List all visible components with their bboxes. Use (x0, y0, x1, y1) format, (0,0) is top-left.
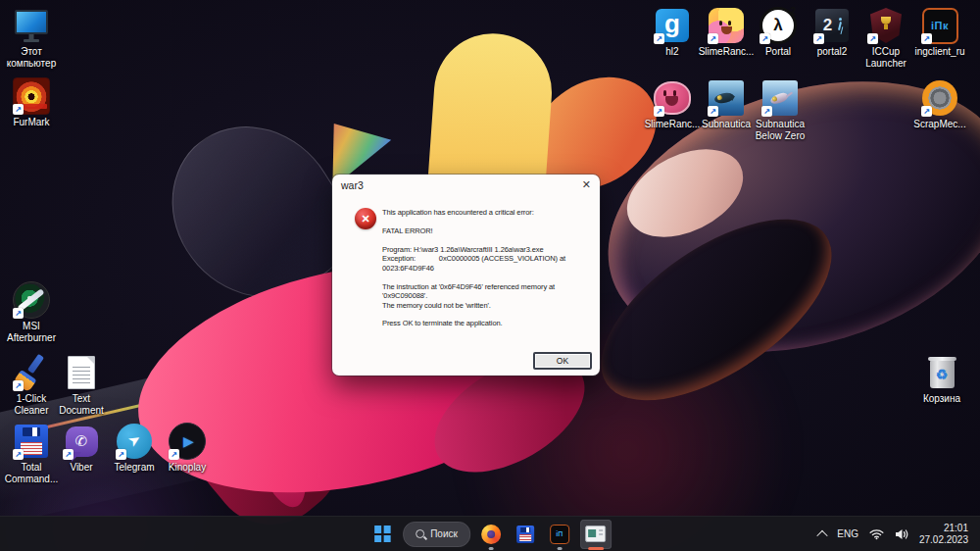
active-indicator (588, 547, 604, 550)
icon-part: іП (556, 530, 563, 537)
desktop-icon-kinoplay[interactable]: ▶↗ Kinoplay (156, 422, 219, 474)
dialog-title: war3 (332, 179, 364, 191)
subnautica-squid-icon: ↗ (760, 78, 800, 118)
icon-part (839, 18, 842, 21)
cleaner-brush-icon: ↗ (12, 353, 51, 392)
volume-icon[interactable] (895, 528, 908, 540)
icon-part (881, 17, 891, 25)
this-pc-icon (12, 6, 51, 45)
desktop-icon-furmark[interactable]: ↗ FurMark (0, 76, 63, 128)
close-icon[interactable]: ✕ (582, 178, 591, 191)
viber-icon: ✆↗ (62, 422, 101, 461)
taskbar-app-war3-active[interactable] (580, 520, 612, 549)
taskbar-app-iccup-ng-client[interactable]: іП (546, 520, 573, 549)
desktop-icon-label: FurMark (13, 117, 49, 128)
dialog-titlebar[interactable]: war3 ✕ (332, 175, 600, 196)
subnautica-fish-icon: ↗ (707, 78, 746, 118)
shortcut-arrow-icon: ↗ (169, 449, 179, 460)
icon-part: 2 (790, 6, 796, 17)
shortcut-arrow-icon: ↗ (921, 106, 932, 117)
start-button[interactable] (368, 520, 396, 549)
shortcut-arrow-icon: ↗ (708, 106, 718, 117)
desktop-icon-this-pc[interactable]: Этот компьютер (0, 6, 63, 70)
wifi-icon[interactable] (869, 528, 884, 540)
desktop-icon-label: SlimeRanc... (699, 46, 755, 58)
system-tray: ENG 21:01 27.02.2023 (818, 517, 980, 551)
icon-part (27, 354, 44, 374)
search-input[interactable]: Поиск (403, 522, 470, 547)
gear-icon: ↗ (920, 78, 959, 118)
language-indicator[interactable]: ENG (837, 528, 858, 539)
desktop-icon-label: ScrapMec... (913, 119, 965, 130)
desktop-icon-label: Kinoplay (169, 462, 206, 474)
icon-part: g (664, 11, 680, 36)
taskbar-app-firefox[interactable] (477, 520, 505, 549)
desktop-icon-label: ICCup Launcher (865, 46, 906, 70)
desktop-icon-label: Viber (70, 462, 92, 474)
paper-plane-icon: ➤ (124, 429, 144, 451)
ink-client-icon: іП (550, 525, 569, 544)
desktop-icon-text-document[interactable]: Text Document (50, 353, 113, 417)
search-placeholder: Поиск (430, 528, 458, 539)
lambda-logo-icon: λ2↗ (759, 6, 798, 45)
desktop-icon-label: ingclient_ru (914, 46, 964, 58)
desktop-icon-label: Subnautica (702, 119, 751, 130)
desktop-icon-subnautica-below-zero[interactable]: ↗ Subnautica Below Zero (749, 78, 811, 142)
portal2-icon: 2↗ (812, 6, 852, 45)
shortcut-arrow-icon: ↗ (13, 104, 24, 115)
furmark-icon: ↗ (12, 76, 51, 116)
chevron-up-icon[interactable] (817, 529, 828, 540)
shortcut-arrow-icon: ↗ (654, 33, 664, 44)
icon-part (68, 356, 95, 389)
text-document-icon (62, 353, 101, 392)
app-window-icon (585, 526, 606, 542)
desktop-icon-label: MSI Afterburner (7, 321, 56, 344)
desktop-screen: Этот компьютер ↗ FurMark ↗ MSI Afterburn… (0, 0, 980, 551)
trophy-shield-icon: ↗ (866, 6, 906, 45)
icon-part: λ (773, 16, 782, 35)
shortcut-arrow-icon: ↗ (13, 380, 24, 391)
desktop-icon-label: Portal (765, 46, 791, 58)
shortcut-arrow-icon: ↗ (867, 33, 878, 44)
ok-button[interactable]: OK (533, 352, 592, 370)
recycle-bin-icon: ♻ (922, 353, 961, 392)
taskbar-app-total-commander[interactable] (512, 520, 539, 549)
shortcut-arrow-icon: ↗ (654, 106, 664, 117)
clock[interactable]: 21:01 27.02.2023 (919, 523, 968, 546)
icon-part: іПк (931, 20, 949, 31)
running-indicator (557, 547, 562, 550)
desktop-icon-label: 1-Click Cleaner (14, 393, 48, 417)
icon-part: ✕ (361, 214, 369, 225)
msi-afterburner-icon: ↗ (12, 280, 51, 320)
icon-part (769, 91, 789, 105)
phone-icon: ✆ (75, 432, 88, 450)
desktop-icon-recycle-bin[interactable]: ♻ Корзина (910, 353, 973, 405)
dialog-body: ✕ This application has encountered a cri… (332, 196, 600, 376)
error-dialog-window: war3 ✕ ✕ This application has encountere… (332, 175, 600, 376)
desktop-icon-label: Корзина (923, 393, 960, 405)
tray-date: 27.02.2023 (919, 534, 968, 546)
desktop-icon-scrap-mechanic[interactable]: ↗ ScrapMec... (908, 78, 971, 130)
floppy-disk-icon: ↗ (12, 422, 51, 461)
telegram-icon: ➤↗ (115, 422, 154, 461)
shortcut-arrow-icon: ↗ (63, 449, 74, 460)
desktop-icon-label: hl2 (665, 46, 678, 58)
icon-part: ♻ (930, 360, 955, 388)
desktop-icon-label: Text Document (59, 393, 104, 417)
tray-time: 21:01 (919, 523, 968, 534)
desktop-icon-label: SlimeRanc... (645, 119, 701, 130)
desktop-icon-msi-afterburner[interactable]: ↗ MSI Afterburner (0, 280, 63, 344)
desktop-icon-ingclient-ru[interactable]: іПк↗ ingclient_ru (908, 6, 971, 58)
running-indicator (488, 547, 493, 550)
ink-client-icon: іПк↗ (920, 6, 959, 45)
shortcut-arrow-icon: ↗ (761, 106, 772, 117)
taskbar-center: Поиск іП (368, 517, 612, 551)
icon-part: 2 (823, 16, 832, 35)
kinoplay-icon: ▶↗ (168, 422, 207, 461)
recycle-icon: ♻ (936, 367, 949, 382)
icon-part (713, 91, 735, 106)
shortcut-arrow-icon: ↗ (921, 33, 932, 44)
shortcut-arrow-icon: ↗ (13, 449, 24, 460)
firefox-icon (481, 525, 501, 544)
play-icon: ▶ (183, 433, 194, 449)
